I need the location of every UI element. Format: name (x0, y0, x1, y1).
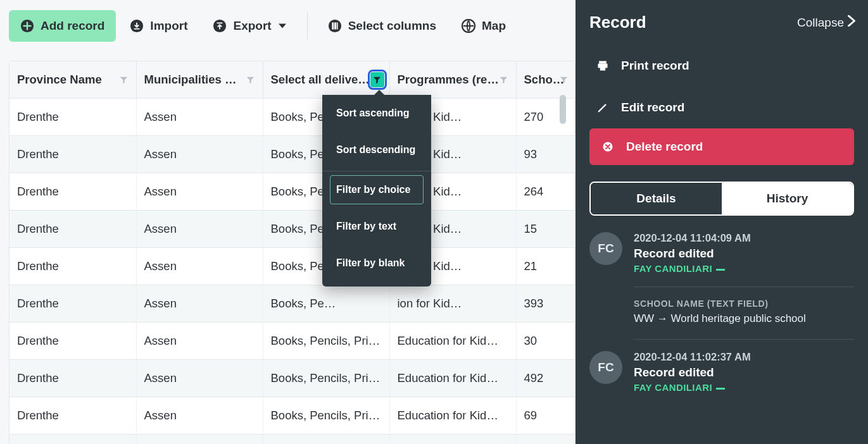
column-header[interactable]: Select all delive… (263, 61, 389, 99)
table-row[interactable]: DrentheAssenBooks, Pe…ion for Kid…15 (9, 211, 576, 248)
map-button[interactable]: Map (450, 10, 517, 42)
svg-rect-4 (332, 23, 334, 30)
history-timestamp: 2020-12-04 11:04:09 AM (634, 232, 854, 244)
history-entry: FC 2020-12-04 11:04:09 AM Record edited … (589, 228, 854, 284)
table-cell: 93 (516, 136, 576, 173)
table-cell: School… (516, 435, 576, 445)
table-cell: Assen (136, 323, 263, 360)
column-label: Select all delive… (271, 73, 370, 86)
table-cell: 21 (516, 248, 576, 285)
avatar: FC (589, 351, 622, 384)
table-cell: Assen (136, 173, 263, 211)
table-cell: Drenthe (9, 323, 136, 360)
change-field-value: WW → World heritage public school (634, 312, 854, 340)
toolbar-separator (307, 12, 308, 40)
history-title: Record edited (634, 366, 854, 379)
table-cell: 270 (516, 99, 576, 136)
plus-circle-icon (20, 19, 34, 33)
table-cell: Drenthe (9, 397, 136, 435)
column-header[interactable]: Programmes (re… (389, 61, 516, 99)
history-user: FAY CANDILIARI (634, 382, 854, 393)
edit-record-button[interactable]: Edit record (589, 87, 854, 128)
filter-icon[interactable] (117, 72, 131, 87)
table-row[interactable]: DrentheAssenBooks, Pe…ion for Kid…393 (9, 285, 576, 323)
filter-by-blank-item[interactable]: Filter by blank (322, 245, 431, 281)
tab-details[interactable]: Details (591, 183, 722, 214)
table-cell: 492 (516, 360, 576, 397)
table-row[interactable]: DrentheAssenBooks, Pe…ion for Kid…264 (9, 173, 576, 211)
filter-by-choice-item[interactable]: Filter by choice (330, 175, 424, 204)
table-cell: Books, Pe… (263, 285, 389, 323)
history-change-detail: SCHOOL NAME (TEXT FIELD) WW → World heri… (634, 287, 854, 340)
table-row[interactable]: DrentheAssenBooks, Pencils, Pri…Educatio… (9, 435, 576, 445)
sort-ascending-item[interactable]: Sort ascending (322, 95, 431, 132)
table-cell: 69 (516, 397, 576, 435)
column-label: Programmes (re… (398, 73, 499, 86)
edit-record-label: Edit record (621, 101, 684, 114)
history-title: Record edited (634, 247, 854, 261)
table-row[interactable]: DrentheAssenBooks, Pe…ion for Kid…93 (9, 136, 576, 173)
add-record-button[interactable]: Add record (9, 10, 116, 42)
columns-icon (328, 19, 342, 33)
history-timestamp: 2020-12-04 11:02:37 AM (634, 351, 854, 363)
filter-icon[interactable] (244, 72, 258, 87)
print-record-label: Print record (621, 59, 689, 73)
table-cell: Drenthe (9, 173, 136, 211)
table-cell: Books, Pencils, Pri… (263, 360, 389, 397)
table-cell: Books, Pencils, Pri… (263, 435, 389, 445)
export-button[interactable]: Export (201, 10, 298, 42)
caret-down-icon (278, 19, 287, 33)
table-row[interactable]: DrentheAssenBooks, Pencils, Pri…Educatio… (9, 360, 576, 397)
table-row[interactable]: DrentheAssenBooks, Pencils, Pri…Educatio… (9, 397, 576, 435)
column-header[interactable]: Province Name (9, 61, 136, 99)
filter-icon[interactable] (557, 72, 571, 87)
sort-descending-item[interactable]: Sort descending (322, 132, 431, 168)
table-cell: Assen (136, 285, 263, 323)
table-cell: Books, Pencils, Pri… (263, 397, 389, 435)
tab-history[interactable]: History (722, 183, 853, 214)
table-cell: ion for Kid… (389, 285, 516, 323)
delete-record-button[interactable]: Delete record (589, 128, 854, 165)
filter-icon[interactable] (497, 72, 511, 87)
chevron-right-icon (848, 15, 855, 30)
filter-by-text-item[interactable]: Filter by text (322, 208, 431, 245)
svg-rect-10 (600, 67, 605, 71)
svg-rect-8 (599, 61, 607, 64)
table-row[interactable]: DrentheAssenBooks, Pe…ion for Kid…270 (9, 99, 576, 136)
column-label: Municipalities … (144, 73, 237, 86)
edit-icon (596, 101, 610, 114)
column-header[interactable]: School na… (516, 61, 576, 99)
table-cell: Assen (136, 248, 263, 285)
table-cell: Drenthe (9, 211, 136, 248)
export-label: Export (233, 19, 271, 33)
table-cell: Assen (136, 99, 263, 136)
avatar: FC (589, 232, 622, 265)
table-cell: Drenthe (9, 435, 136, 445)
history-entry: FC 2020-12-04 11:02:37 AM Record edited … (589, 347, 854, 403)
table-cell: Drenthe (9, 248, 136, 285)
table-row[interactable]: DrentheAssenBooks, Pencils, Pri…Educatio… (9, 323, 576, 360)
svg-rect-6 (336, 23, 337, 30)
table-row[interactable]: DrentheAssenBooks, Pe…ion for Kid…21 (9, 248, 576, 285)
record-panel: Record Collapse Print record Edit record… (576, 0, 868, 444)
print-record-button[interactable]: Print record (589, 45, 854, 87)
select-columns-button[interactable]: Select columns (317, 10, 448, 42)
scrollbar-thumb[interactable] (560, 95, 566, 124)
import-label: Import (150, 19, 187, 33)
import-button[interactable]: Import (118, 10, 199, 42)
table-cell: Books, Pencils, Pri… (263, 323, 389, 360)
panel-title: Record (589, 13, 646, 32)
collapse-button[interactable]: Collapse (797, 15, 855, 30)
table-cell: 393 (516, 285, 576, 323)
delete-icon (601, 140, 615, 154)
column-header[interactable]: Municipalities … (136, 61, 263, 99)
table-cell: 30 (516, 323, 576, 360)
table-cell: Assen (136, 136, 263, 173)
table-cell: Drenthe (9, 285, 136, 323)
table-cell: 15 (516, 211, 576, 248)
filter-icon[interactable] (370, 72, 384, 87)
print-icon (596, 59, 610, 73)
add-record-label: Add record (41, 19, 104, 33)
table-cell: Assen (136, 211, 263, 248)
svg-rect-5 (334, 23, 336, 30)
